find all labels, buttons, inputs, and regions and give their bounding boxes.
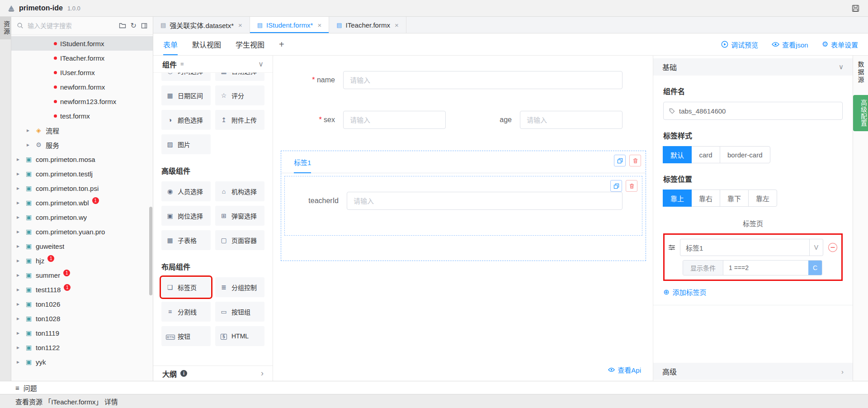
expand-caret-icon[interactable]: ▸ bbox=[17, 156, 22, 162]
palette-item[interactable]: 评分 bbox=[215, 85, 264, 105]
form-settings-button[interactable]: ⚙ 表单设置 bbox=[822, 40, 858, 49]
tree-node[interactable]: ▸ 流程 bbox=[11, 123, 153, 138]
tabs-widget[interactable]: 标签1 tea bbox=[281, 151, 646, 261]
component-name-field[interactable]: tabs_48614600 bbox=[663, 102, 843, 120]
collapse-panel-icon[interactable] bbox=[141, 23, 147, 29]
tab-title[interactable]: 标签1 bbox=[294, 157, 311, 173]
chevron-down-icon[interactable]: ∨ bbox=[258, 60, 264, 68]
palette-item[interactable]: 弹窗选择 bbox=[215, 206, 264, 226]
copy-icon[interactable] bbox=[610, 180, 622, 192]
sliders-icon[interactable] bbox=[668, 244, 675, 251]
remove-tab-page-icon[interactable] bbox=[828, 242, 838, 252]
debug-preview-button[interactable]: 调试预览 bbox=[721, 40, 758, 49]
right-rail-tab[interactable]: 高级配置 bbox=[853, 95, 868, 131]
name-input[interactable] bbox=[343, 71, 623, 89]
tab-position-option[interactable]: 靠右 bbox=[691, 190, 720, 207]
palette-item[interactable]: 日期区间 bbox=[161, 85, 211, 105]
tree-node[interactable]: ▸ yyk bbox=[11, 355, 153, 369]
palette-item[interactable]: 日期选择 bbox=[215, 73, 264, 81]
age-input[interactable] bbox=[520, 111, 623, 129]
tree-node[interactable]: ▸ com.primeton.testlj bbox=[11, 166, 153, 181]
editor-tab[interactable]: 强关联实体.datasetx* × bbox=[153, 17, 250, 33]
palette-item[interactable]: 页面容器 bbox=[215, 230, 264, 250]
save-icon[interactable] bbox=[850, 3, 861, 14]
expand-caret-icon[interactable]: ▸ bbox=[17, 301, 22, 307]
tab-pane[interactable]: teacherId bbox=[284, 176, 642, 236]
expand-caret-icon[interactable]: ▸ bbox=[27, 142, 32, 148]
palette-item[interactable]: 分割线 bbox=[161, 302, 211, 322]
tree-node[interactable]: ▸ summer 1 bbox=[11, 268, 153, 282]
new-folder-icon[interactable] bbox=[119, 23, 126, 28]
teacherid-input[interactable] bbox=[347, 192, 623, 210]
palette-header[interactable]: 组件 ≡ ∨ bbox=[153, 56, 273, 73]
tree-node[interactable]: ▸ hjz 1 bbox=[11, 253, 153, 268]
expand-caret-icon[interactable]: ▸ bbox=[17, 344, 22, 351]
tree-node[interactable]: ▸ com.primeton.yuan.pro bbox=[11, 224, 153, 239]
palette-item[interactable]: 分组控制 bbox=[215, 277, 264, 297]
expand-caret-icon[interactable]: ▸ bbox=[17, 257, 22, 264]
view-api-link[interactable]: 查看Api bbox=[608, 365, 641, 375]
tree-node[interactable]: ▸ IUser.formx bbox=[11, 65, 153, 80]
chevron-right-icon[interactable]: › bbox=[261, 369, 264, 378]
tree-node[interactable]: ▸ ton1026 bbox=[11, 297, 153, 311]
tree-node[interactable]: ▸ ton1119 bbox=[11, 326, 153, 340]
tab-page-v-button[interactable]: V bbox=[809, 239, 823, 256]
sidebar-scrollbar[interactable] bbox=[149, 207, 152, 295]
tab-style-option[interactable]: 默认 bbox=[663, 146, 692, 163]
search-input[interactable] bbox=[27, 22, 114, 30]
expand-caret-icon[interactable]: ▸ bbox=[17, 286, 22, 293]
refresh-icon[interactable]: ↻ bbox=[131, 22, 137, 29]
palette-item[interactable]: 图片 bbox=[161, 134, 211, 154]
right-rail-tab[interactable]: 数据源 bbox=[856, 57, 865, 88]
tree-node[interactable]: ▸ ton1122 bbox=[11, 340, 153, 355]
tree-node[interactable]: ▸ ton1028 bbox=[11, 311, 153, 326]
expand-caret-icon[interactable]: ▸ bbox=[17, 214, 22, 220]
form-canvas[interactable]: name sex age bbox=[273, 56, 653, 381]
expand-caret-icon[interactable]: ▸ bbox=[17, 185, 22, 191]
close-tab-icon[interactable]: × bbox=[317, 21, 321, 29]
palette-item[interactable]: 人员选择 bbox=[161, 181, 211, 201]
expand-caret-icon[interactable]: ▸ bbox=[17, 330, 22, 336]
condition-code-button[interactable]: C bbox=[808, 261, 822, 275]
display-condition-button[interactable]: 显示条件 bbox=[683, 261, 723, 275]
tree-node[interactable]: ▸ 服务 bbox=[11, 138, 153, 152]
resources-rail-tab[interactable]: 资源 bbox=[0, 17, 11, 39]
tree-node[interactable]: ▸ guweitest bbox=[11, 239, 153, 253]
add-view-button[interactable]: + bbox=[279, 33, 284, 55]
tree-node[interactable]: ▸ test1118 1 bbox=[11, 282, 153, 297]
expand-caret-icon[interactable]: ▸ bbox=[17, 272, 22, 278]
palette-item[interactable]: 时间选择 bbox=[161, 73, 211, 81]
palette-item[interactable]: 按钮组 bbox=[215, 302, 264, 322]
view-json-button[interactable]: 查看json bbox=[772, 40, 808, 49]
condition-value-input[interactable]: 1 ===2 bbox=[723, 261, 808, 275]
palette-item[interactable]: HTML bbox=[215, 326, 264, 346]
expand-caret-icon[interactable]: ▸ bbox=[27, 127, 32, 133]
tree-node[interactable]: ▸ com.primeton.wy bbox=[11, 210, 153, 224]
expand-caret-icon[interactable]: ▸ bbox=[17, 315, 22, 322]
view-tab[interactable]: 学生视图 bbox=[236, 33, 264, 55]
editor-tab[interactable]: ITeacher.formx × bbox=[329, 17, 406, 33]
expand-caret-icon[interactable]: ▸ bbox=[17, 171, 22, 177]
tab-position-option[interactable]: 靠下 bbox=[720, 190, 749, 207]
tree-node[interactable]: ▸ com.primeton.mosa bbox=[11, 152, 153, 166]
palette-item[interactable]: 标签页 bbox=[161, 277, 211, 297]
delete-icon[interactable] bbox=[626, 180, 637, 192]
view-tab[interactable]: 默认视图 bbox=[192, 33, 221, 55]
delete-icon[interactable] bbox=[629, 155, 641, 166]
expand-caret-icon[interactable]: ▸ bbox=[17, 199, 22, 206]
expand-caret-icon[interactable]: ▸ bbox=[17, 228, 22, 235]
view-tab[interactable]: 表单 bbox=[163, 33, 178, 55]
close-tab-icon[interactable]: × bbox=[238, 21, 242, 29]
tree-node[interactable]: ▸ test.formx bbox=[11, 109, 153, 123]
tree-node[interactable]: ▸ com.primeton.ton.psi bbox=[11, 181, 153, 195]
expand-caret-icon[interactable]: ▸ bbox=[17, 359, 22, 365]
sex-input[interactable] bbox=[343, 111, 446, 129]
tree-node[interactable]: ▸ com.primeton.wbl 1 bbox=[11, 195, 153, 210]
editor-tab[interactable]: IStudent.formx* × bbox=[250, 17, 329, 33]
palette-item[interactable]: 子表格 bbox=[161, 230, 211, 250]
problems-bar[interactable]: ≡ 问题 bbox=[0, 381, 868, 394]
tree-node[interactable]: ▸ IStudent.formx bbox=[11, 36, 153, 51]
tree-node[interactable]: ▸ newform123.formx bbox=[11, 94, 153, 109]
add-tab-page-link[interactable]: ⊕ 添加标签页 bbox=[663, 287, 843, 297]
outline-bar[interactable]: 大纲 › bbox=[153, 365, 273, 381]
